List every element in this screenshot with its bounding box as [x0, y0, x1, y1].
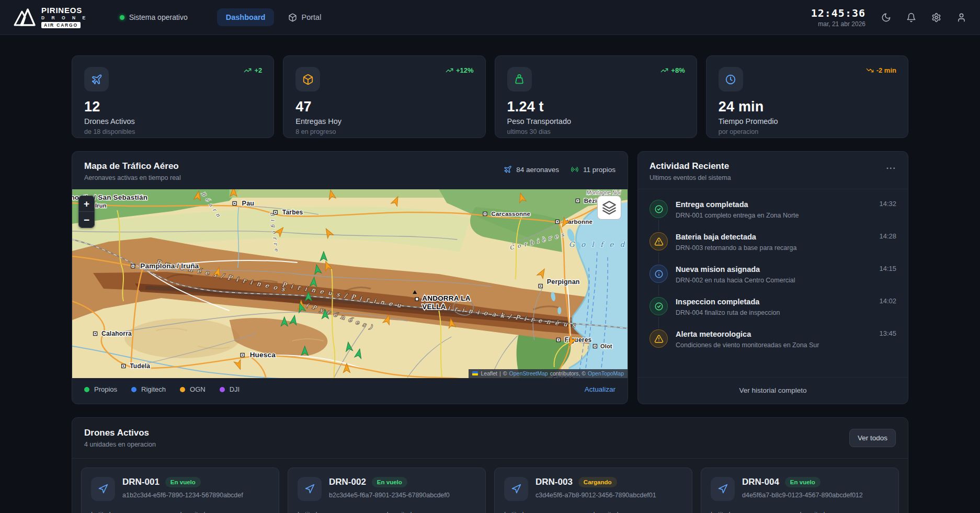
activity-event: Inspeccion completada DRN-004 finalizo r… — [649, 297, 896, 329]
event-time: 14:28 — [879, 232, 896, 252]
legend-dji: DJI — [220, 385, 240, 393]
event-title: Entrega completada — [676, 200, 871, 209]
stat-trend: +12% — [446, 66, 474, 74]
stat-sub: de 18 disponibles — [84, 128, 261, 135]
svg-text:Carcassonne: Carcassonne — [492, 211, 531, 217]
drone-card-drn-003[interactable]: DRN-003 Cargando c3d4e5f6-a7b8-9012-3456… — [494, 468, 692, 513]
brand-name: PIRINEOS — [41, 6, 88, 14]
activity-subtitle: Ultimos eventos del sistema — [649, 174, 731, 181]
activity-event: Entrega completada DRN-001 completo entr… — [649, 200, 896, 232]
event-desc: DRN-004 finalizo ruta de inspeccion — [676, 309, 871, 316]
legend-ogn: OGN — [180, 385, 206, 393]
event-time: 14:32 — [879, 200, 896, 219]
activity-event: Nueva mision asignada DRN-002 en ruta ha… — [649, 265, 896, 297]
activity-title: Actividad Reciente — [649, 161, 731, 172]
svg-text:Perpignan: Perpignan — [547, 278, 580, 286]
svg-text:Huesca: Huesca — [250, 351, 276, 359]
stats-grid: +2 12 Drones Activos de 18 disponibles +… — [72, 55, 908, 138]
check-circle-icon — [649, 200, 668, 218]
navigation-icon — [504, 477, 528, 501]
longitude-label: Longitud — [800, 511, 890, 513]
drone-card-drn-004[interactable]: DRN-004 En vuelo d4e5f6a7-b8c9-0123-4567… — [701, 468, 899, 513]
topo-map: P y r é n é e s / P i r i n e o sP i r i… — [72, 189, 628, 378]
active-drones-card: Drones Activos 4 unidades en operacion V… — [72, 417, 908, 513]
settings-gear-icon[interactable] — [931, 13, 941, 22]
weight-icon — [507, 67, 532, 92]
activity-event: Bateria baja detectada DRN-003 retornand… — [649, 232, 896, 265]
svg-text:Pau: Pau — [242, 200, 255, 207]
drone-name: DRN-001 — [122, 477, 159, 487]
clock-icon — [719, 67, 743, 92]
map-title: Mapa de Tráfico Aéreo — [84, 161, 181, 172]
drone-uuid: c3d4e5f6-a7b8-9012-3456-7890abcdef01 — [535, 492, 656, 499]
stat-trend: -2 min — [866, 66, 896, 74]
navigation-icon — [711, 477, 735, 501]
alert-triangle-icon — [649, 232, 668, 250]
stat-value: 47 — [295, 99, 473, 115]
map-layers-button[interactable] — [597, 196, 621, 220]
stat-label: Drones Activos — [84, 117, 261, 126]
nav-portal[interactable]: Portal — [279, 8, 330, 27]
recent-activity-card: Actividad Reciente Ultimos eventos del s… — [637, 151, 908, 404]
drone-card-drn-001[interactable]: DRN-001 En vuelo a1b2c3d4-e5f6-7890-1234… — [81, 468, 279, 513]
opentopomap-link[interactable]: OpenTopoMap — [588, 370, 624, 377]
drone-uuid: b2c3d4e5-f6a7-8901-2345-67890abcdef0 — [329, 492, 450, 499]
top-navbar: PIRINEOS D R O N E AIR CARGO Sistema ope… — [0, 0, 980, 35]
leaflet-map[interactable]: P y r é n é e s / P i r i n e o sP i r i… — [72, 189, 628, 378]
drone-status-badge: En vuelo — [165, 477, 201, 487]
nav-dashboard[interactable]: Dashboard — [217, 8, 275, 26]
stat-label: Entregas Hoy — [295, 117, 473, 126]
stat-trend: +2 — [244, 66, 262, 74]
drone-grid: DRN-001 En vuelo a1b2c3d4-e5f6-7890-1234… — [72, 459, 908, 513]
account-user-icon[interactable] — [956, 13, 966, 22]
leaflet-link[interactable]: Leaflet — [481, 370, 498, 377]
stat-trend: +8% — [660, 66, 685, 74]
aircraft-count: 84 aeronaves — [504, 165, 559, 174]
trending-up-icon — [244, 66, 252, 74]
map-subtitle: Aeronaves activas en tiempo real — [84, 174, 181, 181]
notifications-bell-icon[interactable] — [906, 13, 916, 22]
theme-toggle-moon-icon[interactable] — [881, 13, 891, 22]
view-all-button[interactable]: Ver todos — [849, 429, 896, 447]
svg-text:Tudela: Tudela — [130, 362, 150, 370]
zoom-in-button[interactable]: + — [79, 196, 94, 212]
radio-waves-icon — [571, 165, 579, 174]
system-status: Sistema operativo — [120, 13, 188, 21]
svg-text:Tarbes: Tarbes — [282, 209, 303, 216]
brand-line2: D R O N E — [41, 16, 88, 20]
zoom-out-button[interactable]: − — [79, 212, 94, 227]
legend-rigitech: Rigitech — [131, 385, 166, 393]
longitude-label: Longitud — [387, 511, 476, 513]
brand-logo: PIRINEOS D R O N E AIR CARGO — [14, 6, 88, 28]
event-time: 14:15 — [879, 265, 896, 284]
osm-link[interactable]: OpenStreetMap — [509, 370, 548, 377]
svg-text:Pamplona / Iruña: Pamplona / Iruña — [140, 262, 199, 270]
plane-icon — [504, 165, 512, 174]
package-icon — [288, 13, 297, 22]
stat-value: 24 min — [719, 99, 896, 115]
drone-card-drn-002[interactable]: DRN-002 En vuelo b2c3d4e5-f6a7-8901-2345… — [288, 468, 486, 513]
activity-event: Alerta meteorologica Condiciones de vien… — [649, 329, 896, 349]
trending-up-icon — [446, 66, 453, 74]
activity-menu-ellipsis[interactable]: ... — [886, 164, 896, 168]
view-full-history-button[interactable]: Ver historial completo — [638, 377, 908, 404]
legend-dot-orange — [180, 387, 185, 392]
drone-name: DRN-004 — [742, 477, 779, 487]
event-desc: DRN-002 en ruta hacia Centro Comercial — [676, 277, 871, 284]
svg-text:Olot: Olot — [600, 343, 612, 349]
legend-propios: Propios — [84, 385, 117, 393]
drone-status-badge: Cargando — [578, 477, 617, 487]
event-time: 13:45 — [879, 329, 896, 349]
clock-date: mar, 21 abr 2026 — [811, 20, 865, 28]
layers-icon — [602, 200, 617, 215]
event-desc: DRN-001 completo entrega en Zona Norte — [676, 212, 871, 219]
event-time: 14:02 — [879, 297, 896, 316]
event-desc: DRN-003 retornando a base para recarga — [676, 244, 871, 252]
stat-sub: por operacion — [719, 128, 896, 135]
stat-card-time: -2 min 24 min Tiempo Promedio por operac… — [706, 55, 908, 138]
svg-text:Irun: Irun — [95, 202, 107, 209]
clock-widget: 12:45:36 mar, 21 abr 2026 — [811, 7, 865, 28]
latitude-label: Latitud — [504, 511, 594, 513]
drone-uuid: a1b2c3d4-e5f6-7890-1234-567890abcdef — [122, 492, 243, 499]
refresh-link[interactable]: Actualizar — [585, 385, 616, 393]
